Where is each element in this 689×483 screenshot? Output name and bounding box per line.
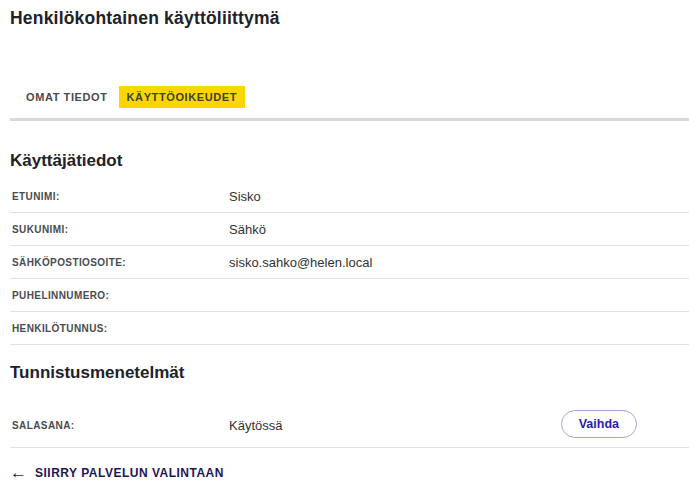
salasana-status: Käytössä <box>229 418 282 433</box>
henkilotunnus-label: HENKILÖTUNNUS: <box>12 323 229 334</box>
row-henkilotunnus: HENKILÖTUNNUS: <box>10 312 689 345</box>
row-sahkopostiosoite: SÄHKÖPOSTIOSOITE: sisko.sahko@helen.loca… <box>10 246 689 279</box>
auth-methods-heading: Tunnistusmenetelmät <box>10 363 184 383</box>
row-etunimi: ETUNIMI: Sisko <box>10 180 689 213</box>
row-puhelinnumero: PUHELINNUMERO: <box>10 279 689 312</box>
back-to-service-selection-link[interactable]: ← SIIRRY PALVELUN VALINTAAN <box>10 464 224 481</box>
tab-kayttooikeudet[interactable]: KÄYTTÖOIKEUDET <box>119 86 245 108</box>
back-link-label: SIIRRY PALVELUN VALINTAAN <box>35 466 224 480</box>
left-arrow-icon: ← <box>10 464 27 481</box>
change-password-button[interactable]: Vaihda <box>561 410 637 438</box>
tab-omat-tiedot[interactable]: OMAT TIEDOT <box>18 86 116 108</box>
page-title: Henkilökohtainen käyttöliittymä <box>10 8 689 29</box>
puhelinnumero-label: PUHELINNUMERO: <box>12 290 229 301</box>
personal-ui-page: Henkilökohtainen käyttöliittymä OMAT TIE… <box>0 8 689 483</box>
sahkopostiosoite-label: SÄHKÖPOSTIOSOITE: <box>12 257 229 268</box>
etunimi-value: Sisko <box>229 189 261 204</box>
tab-bar: OMAT TIEDOT KÄYTTÖOIKEUDET <box>18 86 245 108</box>
salasana-label: SALASANA: <box>12 420 229 431</box>
row-salasana: SALASANA: Käytössä Vaihda <box>10 404 689 448</box>
sahkopostiosoite-value: sisko.sahko@helen.local <box>229 255 372 270</box>
sukunimi-label: SUKUNIMI: <box>12 224 229 235</box>
user-info-list: ETUNIMI: Sisko SUKUNIMI: Sähkö SÄHKÖPOST… <box>0 180 689 345</box>
user-info-heading: Käyttäjätiedot <box>10 151 122 171</box>
tab-divider <box>10 118 689 121</box>
row-sukunimi: SUKUNIMI: Sähkö <box>10 213 689 246</box>
sukunimi-value: Sähkö <box>229 222 266 237</box>
etunimi-label: ETUNIMI: <box>12 191 229 202</box>
